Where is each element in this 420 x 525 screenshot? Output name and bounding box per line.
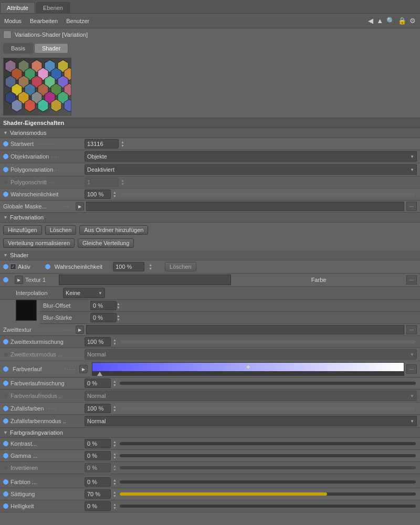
farbverlauf-play-btn[interactable]: ▶	[79, 365, 88, 373]
invertieren-spinner[interactable]: ▲ ▼	[113, 464, 117, 471]
btn-loeschen[interactable]: Löschen	[45, 225, 77, 235]
group-farbgrading[interactable]: ▼ Farbgradingvariation	[0, 428, 420, 438]
startwert-spinner[interactable]: ▲ ▼	[121, 140, 124, 148]
shader-wahrscheinlichkeit-input[interactable]	[113, 262, 144, 271]
wahrscheinlichkeit-slider[interactable]	[120, 193, 416, 196]
saettigung-input[interactable]	[85, 489, 111, 499]
menu-modus[interactable]: Modus	[4, 18, 22, 24]
menu-bearbeiten[interactable]: Bearbeiten	[30, 18, 58, 24]
zweittexturmischung-radio[interactable]	[3, 339, 8, 344]
farbverlauf-gradient-bar[interactable]	[92, 362, 404, 372]
gamma-spinner[interactable]: ▲ ▼	[113, 452, 117, 459]
polygonschritt-spinner[interactable]: ▲ ▼	[121, 178, 124, 186]
tab-ebenen[interactable]: Ebenen	[36, 2, 70, 13]
startwert-radio[interactable]	[3, 141, 8, 146]
farbton-input[interactable]	[85, 477, 111, 487]
blur-offset-input[interactable]	[90, 301, 117, 310]
objektvariation-dropdown[interactable]: Objekte ▼	[85, 151, 417, 162]
polygonvariation-dropdown[interactable]: Deaktiviert ▼	[85, 164, 417, 175]
zweittexturmodus-dropdown[interactable]: Normal ▼	[85, 349, 417, 360]
wahrscheinlichkeit-spinner[interactable]: ▲ ▼	[113, 191, 117, 198]
group-farbvariation[interactable]: ▼ Farbvariation	[0, 213, 420, 223]
btn-aus-ordner[interactable]: Aus Ordner hinzufügen	[79, 225, 148, 235]
zufallsfarben-input[interactable]	[85, 404, 111, 413]
zweittextur-dots-btn[interactable]: ···	[406, 325, 417, 334]
globale-maske-field[interactable]	[86, 202, 404, 211]
farbverlaufmodus-radio[interactable]	[3, 393, 8, 398]
textur-field[interactable]	[59, 275, 231, 285]
gamma-radio[interactable]	[3, 453, 8, 458]
kontrast-spinner[interactable]: ▲ ▼	[113, 440, 117, 447]
farbverlauf-radio[interactable]	[3, 366, 8, 372]
tab-basis[interactable]: Basis	[3, 43, 33, 54]
helligkeit-radio[interactable]	[3, 503, 8, 509]
zweittexturmischung-slider[interactable]	[120, 340, 416, 343]
gamma-slider[interactable]	[120, 454, 416, 457]
textur-radio[interactable]	[3, 277, 8, 282]
zweittextur-arrow-btn[interactable]: ▶	[76, 326, 84, 334]
btn-gleiche-verteilung[interactable]: Gleiche Verteilung	[78, 238, 134, 248]
invertieren-radio[interactable]	[3, 465, 8, 470]
zufallsfarben-spinner[interactable]: ▲ ▼	[113, 405, 117, 412]
kontrast-input[interactable]	[85, 439, 111, 448]
shader-wahrsch-spinner[interactable]: ▲ ▼	[149, 263, 152, 270]
search-icon[interactable]: 🔍	[386, 17, 395, 25]
helligkeit-input[interactable]	[85, 501, 111, 511]
saettigung-radio[interactable]	[3, 491, 8, 497]
kontrast-slider[interactable]	[120, 442, 416, 445]
farbverlaufmischung-spinner[interactable]: ▲ ▼	[113, 380, 117, 387]
tab-attribute[interactable]: Attribute	[0, 2, 35, 13]
zweittexturmischung-spinner[interactable]: ▲ ▼	[113, 338, 117, 345]
invertieren-slider[interactable]	[120, 466, 416, 469]
aktiv-checkbox[interactable]: ✓	[10, 264, 16, 270]
zufallsfarbenmodus-radio[interactable]	[3, 418, 8, 424]
tab-shader[interactable]: Shader	[34, 43, 68, 54]
farbverlaufmischung-input[interactable]	[85, 379, 111, 388]
farbton-radio[interactable]	[3, 479, 8, 485]
interpolation-dropdown[interactable]: Keine ▼	[63, 288, 105, 298]
globale-maske-dots-btn[interactable]: ···	[406, 202, 417, 211]
globale-maske-arrow-btn[interactable]: ▶	[76, 202, 84, 211]
helligkeit-spinner[interactable]: ▲ ▼	[113, 502, 117, 510]
zweittexturmodus-radio[interactable]	[3, 352, 8, 357]
btn-verteilung-normalisieren[interactable]: Verteilung normalisieren	[3, 238, 75, 248]
arrow-left-icon[interactable]: ◀	[368, 17, 373, 25]
farbverlaufmischung-slider[interactable]	[120, 382, 416, 385]
aktiv-radio[interactable]	[3, 264, 8, 269]
objektvariation-radio[interactable]	[3, 154, 8, 159]
gear-icon[interactable]: ⚙	[410, 17, 416, 25]
wahr-radio[interactable]	[45, 264, 50, 269]
farbton-spinner[interactable]: ▲ ▼	[113, 478, 117, 486]
kontrast-radio[interactable]	[3, 441, 8, 446]
invertieren-input[interactable]	[85, 463, 111, 472]
polygonschritt-input[interactable]	[85, 177, 119, 187]
blur-staerke-spinner[interactable]: ▲ ▼	[117, 314, 120, 321]
wahrscheinlichkeit-radio[interactable]	[3, 192, 8, 197]
group-variationsmodus[interactable]: ▼ Varionsmodus	[0, 128, 420, 138]
farbverlauf-dots-btn[interactable]: ···	[406, 364, 417, 374]
blur-staerke-input[interactable]	[90, 313, 117, 322]
btn-hinzufuegen[interactable]: Hinzufügen	[3, 225, 42, 235]
arrow-up-icon[interactable]: ▲	[376, 17, 383, 25]
farbverlaufmodus-dropdown[interactable]: Normal ▼	[85, 391, 417, 401]
helligkeit-slider[interactable]	[120, 505, 416, 508]
gamma-input[interactable]	[85, 451, 111, 460]
blur-offset-spinner[interactable]: ▲ ▼	[117, 302, 120, 309]
group-shader[interactable]: ▼ Shader	[0, 250, 420, 260]
menu-benutzer[interactable]: Benutzer	[66, 18, 89, 24]
lock-icon[interactable]: 🔒	[398, 17, 406, 25]
textur-play-btn[interactable]: ▶	[15, 276, 23, 284]
zufallsfarben-radio[interactable]	[3, 406, 8, 411]
polygonvariation-radio[interactable]	[3, 167, 8, 172]
zweittextur-field[interactable]	[86, 325, 404, 334]
btn-shader-loeschen[interactable]: Löschen	[165, 262, 196, 271]
farbton-slider[interactable]	[120, 480, 416, 484]
polygonschritt-radio[interactable]	[3, 180, 8, 185]
zweittexturmischung-input[interactable]	[85, 337, 111, 346]
wahrscheinlichkeit-input[interactable]	[85, 190, 111, 199]
startwert-input[interactable]	[85, 139, 119, 149]
zufallsfarben-slider[interactable]	[120, 407, 416, 410]
textur-dots-btn[interactable]: ···	[406, 275, 417, 285]
zufallsfarbenmodus-dropdown[interactable]: Normal ▼	[85, 416, 417, 426]
farbverlaufmischung-radio[interactable]	[3, 381, 8, 386]
